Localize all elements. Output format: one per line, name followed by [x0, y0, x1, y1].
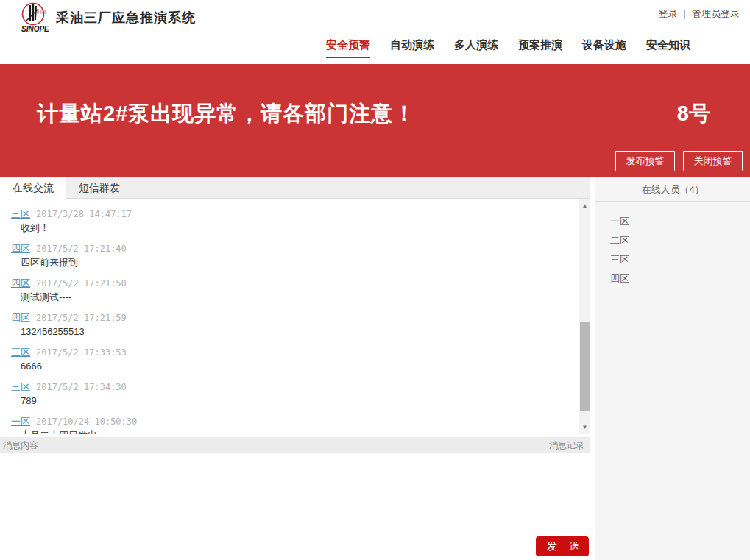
message-sender[interactable]: 三区 — [11, 381, 30, 392]
message-content-label: 消息内容 — [3, 439, 38, 452]
list-item-zone-3[interactable]: 三区 — [610, 250, 750, 269]
message-content: 测试测试---- — [11, 291, 573, 303]
message-sender[interactable]: 三区 — [11, 347, 30, 358]
send-button[interactable]: 发 送 — [536, 536, 589, 556]
alert-row: 计量站2#泵出现异常，请各部门注意！ 8号 — [0, 99, 750, 129]
nav-tab-safety-knowledge[interactable]: 安全知识 — [646, 38, 690, 58]
admin-login-link[interactable]: 管理员登录 — [692, 8, 740, 19]
message-toolbar: 消息内容 消息记录 — [0, 437, 590, 453]
alert-well-number: 8号 — [677, 99, 710, 129]
online-member-list: 一区 二区 三区 四区 — [595, 202, 750, 288]
publish-alert-button[interactable]: 发布预警 — [615, 151, 675, 171]
scroll-up-icon[interactable]: ▲ — [579, 200, 590, 211]
message-time: 2017/10/24 10:50:30 — [36, 417, 137, 427]
message-record-link[interactable]: 消息记录 — [549, 439, 584, 452]
auth-separator: | — [684, 8, 686, 19]
chat-message: 四区2017/5/2 17:21:40 四区前来报到 — [11, 242, 573, 269]
brand: 中石化 SINOPEC 采油三厂应急推演系统 — [21, 1, 196, 33]
chat-panel: 在线交流 短信群发 三区2017/3/28 14:47:17 收到！ 四区201… — [0, 177, 590, 560]
page: 中石化 SINOPEC 采油三厂应急推演系统 登录|管理员登录 安全预警 自动演… — [0, 0, 750, 560]
message-content: 132456255513 — [11, 325, 573, 338]
chat-message: 四区2017/5/2 17:21:59 132456255513 — [11, 311, 573, 338]
list-item-zone-4[interactable]: 四区 — [610, 269, 750, 288]
content: 在线交流 短信群发 三区2017/3/28 14:47:17 收到！ 四区201… — [0, 177, 750, 560]
tab-sms-broadcast[interactable]: 短信群发 — [66, 177, 132, 199]
message-sender[interactable]: 四区 — [11, 243, 30, 254]
message-content: 6666 — [11, 360, 573, 372]
alert-message: 计量站2#泵出现异常，请各部门注意！ — [37, 99, 415, 129]
message-time: 2017/5/2 17:21:40 — [36, 244, 127, 254]
scroll-down-icon[interactable]: ▼ — [579, 422, 590, 433]
alert-buttons: 发布预警 关闭预警 — [615, 151, 743, 171]
message-time: 2017/3/28 14:47:17 — [36, 209, 132, 219]
message-input-area: 发 送 — [0, 453, 590, 560]
alert-banner: 计量站2#泵出现异常，请各部门注意！ 8号 发布预警 关闭预警 — [0, 64, 750, 177]
chat-message: 一区2017/10/24 10:50:30 十月二十四日发出 — [11, 415, 573, 434]
list-item-zone-2[interactable]: 二区 — [610, 231, 750, 250]
chat-scrollbar[interactable]: ▲ ▼ — [579, 199, 590, 434]
message-content: 十月二十四日发出 — [11, 429, 573, 434]
top-header: 中石化 SINOPEC 采油三厂应急推演系统 登录|管理员登录 — [0, 0, 750, 33]
message-content: 收到！ — [11, 221, 573, 234]
main-nav: 安全预警 自动演练 多人演练 预案推演 设备设施 安全知识 — [326, 38, 690, 58]
chat-message-list[interactable]: 三区2017/3/28 14:47:17 收到！ 四区2017/5/2 17:2… — [0, 199, 590, 434]
list-item-zone-1[interactable]: 一区 — [610, 212, 750, 231]
message-sender[interactable]: 三区 — [11, 208, 30, 219]
chat-tabs: 在线交流 短信群发 — [0, 177, 590, 199]
message-input[interactable] — [0, 453, 590, 560]
online-panel: 在线人员（4） 一区 二区 三区 四区 — [595, 177, 750, 560]
svg-text:中石化: 中石化 — [35, 10, 47, 14]
message-sender[interactable]: 四区 — [11, 312, 30, 323]
message-time: 2017/5/2 17:21:50 — [36, 278, 127, 288]
app-title: 采油三厂应急推演系统 — [56, 9, 196, 26]
login-link[interactable]: 登录 — [659, 8, 678, 19]
chat-message: 四区2017/5/2 17:21:50 测试测试---- — [11, 277, 573, 303]
nav-tab-equipment[interactable]: 设备设施 — [582, 38, 626, 58]
close-alert-button[interactable]: 关闭预警 — [683, 151, 743, 171]
nav-tab-safety-alert[interactable]: 安全预警 — [326, 38, 370, 58]
message-sender[interactable]: 一区 — [11, 416, 30, 427]
sinopec-logo-icon: 中石化 SINOPEC — [21, 1, 49, 33]
message-time: 2017/5/2 17:33:53 — [36, 347, 127, 358]
scrollbar-thumb[interactable] — [580, 322, 590, 411]
chat-message: 三区2017/5/2 17:34:30 789 — [11, 380, 573, 407]
chat-message: 三区2017/3/28 14:47:17 收到！ — [11, 208, 573, 234]
online-panel-title: 在线人员（4） — [595, 177, 750, 202]
message-sender[interactable]: 四区 — [11, 277, 30, 288]
chat-message: 三区2017/5/2 17:33:53 6666 — [11, 346, 573, 372]
nav-tab-multiplayer-drill[interactable]: 多人演练 — [454, 38, 498, 58]
nav-tab-auto-drill[interactable]: 自动演练 — [390, 38, 434, 58]
auth-links: 登录|管理员登录 — [659, 7, 740, 21]
message-time: 2017/5/2 17:34:30 — [36, 382, 127, 392]
message-time: 2017/5/2 17:21:59 — [36, 313, 127, 323]
svg-text:SINOPEC: SINOPEC — [21, 25, 49, 33]
tab-online-chat[interactable]: 在线交流 — [0, 177, 66, 199]
message-content: 789 — [11, 394, 573, 407]
nav-tab-plan-deduction[interactable]: 预案推演 — [518, 38, 562, 58]
message-content: 四区前来报到 — [11, 256, 573, 269]
